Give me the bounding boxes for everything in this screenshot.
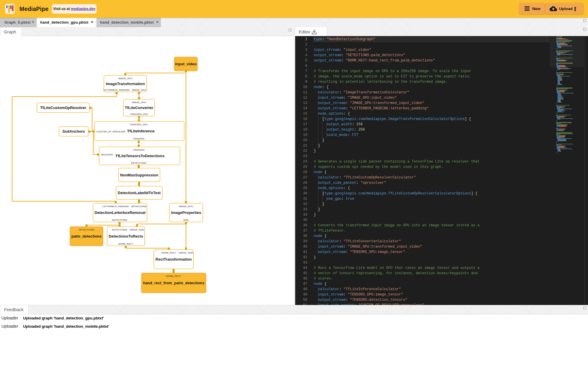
svg-text:NORM_RECT: NORM_RECT: [118, 243, 133, 245]
svg-text:DETECTIONS: DETECTIONS: [112, 228, 127, 231]
svg-text:TENSORS: TENSORS: [133, 137, 144, 140]
svg-text:SIZE: SIZE: [183, 219, 189, 221]
svg-text:DetectionsToRects: DetectionsToRects: [109, 234, 143, 238]
svg-text:TfLiteConverter: TfLiteConverter: [125, 105, 153, 110]
svg-text:DetectionLabelIdToText: DetectionLabelIdToText: [118, 191, 161, 195]
svg-text:TfLiteCustomOpResolver: TfLiteCustomOpResolver: [40, 105, 86, 110]
svg-text:DetectionLetterboxRemoval: DetectionLetterboxRemoval: [94, 210, 146, 215]
svg-text:DETECTIONS: DETECTIONS: [112, 219, 127, 221]
svg-text:IMAGE_GPU: IMAGE_GPU: [179, 205, 193, 208]
svg-text:IMAGE_SIZE: IMAGE_SIZE: [130, 228, 144, 231]
svg-text:IMAGE_GPU: IMAGE_GPU: [132, 89, 146, 91]
svg-text:IMAGE_SIZE: IMAGE_SIZE: [179, 251, 193, 254]
svg-text:TfLiteInference: TfLiteInference: [127, 129, 154, 133]
svg-text:RectTransformation: RectTransformation: [156, 257, 192, 262]
svg-text:hand_rect_from_palm_detections: hand_rect_from_palm_detections: [143, 281, 204, 285]
svg-text:LETTERBOX_PADDING: LETTERBOX_PADDING: [103, 89, 130, 91]
svg-text:DETECTIONS: DETECTIONS: [131, 162, 146, 164]
svg-text:IMAGE_GPU: IMAGE_GPU: [132, 101, 146, 104]
svg-text:ImageProperties: ImageProperties: [171, 210, 201, 215]
svg-text:TfLiteTensorsToDetections: TfLiteTensorsToDetections: [115, 154, 164, 158]
svg-text:TENSORS_GPU: TENSORS_GPU: [130, 113, 148, 116]
svg-text:DETECTIONS: DETECTIONS: [79, 228, 94, 231]
svg-text:IMAGE_GPU: IMAGE_GPU: [118, 77, 132, 80]
svg-text:DETECTIONS: DETECTIONS: [131, 205, 146, 208]
svg-text:TENSORS_GPU: TENSORS_GPU: [130, 123, 148, 126]
svg-text:SsdAnchors: SsdAnchors: [62, 129, 85, 134]
svg-text:LETTERBOX_PADDING: LETTERBOX_PADDING: [102, 205, 129, 208]
svg-text:palm_detections: palm_detections: [71, 234, 102, 238]
svg-text:input_video: input_video: [175, 62, 197, 66]
svg-text:NonMaxSuppression: NonMaxSuppression: [120, 173, 158, 177]
svg-text:ANCHORS: ANCHORS: [101, 153, 113, 156]
svg-text:NORM_RECT: NORM_RECT: [166, 275, 181, 277]
svg-text:TENSORS: TENSORS: [133, 149, 144, 151]
svg-text:NORM_RECT: NORM_RECT: [161, 251, 176, 254]
svg-text:CUSTOM_OP_RESOLVER: CUSTOM_OP_RESOLVER: [96, 130, 125, 133]
svg-text:ImageTransformation: ImageTransformation: [106, 82, 145, 86]
